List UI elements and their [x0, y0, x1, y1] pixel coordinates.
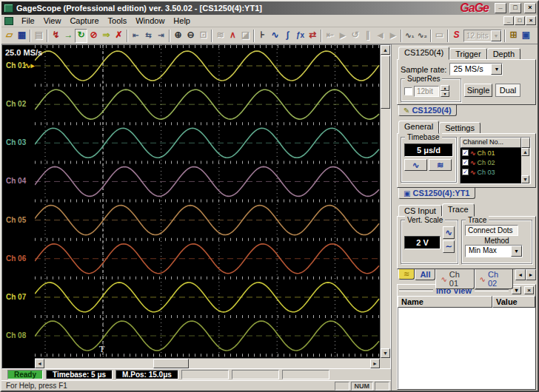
rollup-icon[interactable]: ▾ [512, 286, 521, 294]
fit-curve-2-icon[interactable]: ∿₂ [416, 29, 429, 43]
tab-trigger[interactable]: Trigger [449, 48, 486, 60]
info-view-icon[interactable]: ▣ [520, 29, 532, 43]
sample-rate-label: Sample rate: [401, 65, 446, 74]
trace-section: CS Input Trace Vert. Scale 2 V ∿ ∼ [397, 203, 536, 283]
dropdown-icon[interactable]: ▼ [491, 64, 502, 75]
trigger-level-icon[interactable]: ⊦ [256, 29, 269, 43]
trace-tab-ch02[interactable]: ∿ Ch 02 [475, 268, 513, 289]
tab-scroll-right-icon[interactable]: ► [526, 269, 536, 280]
close-button[interactable]: × [524, 3, 536, 13]
new-info-view-icon[interactable]: ⊞ [507, 29, 520, 43]
integrate-icon[interactable]: ∫ [281, 29, 294, 43]
vert-scale-down-button[interactable]: ∼ [443, 240, 455, 253]
dropdown-icon[interactable]: ▼ [511, 246, 522, 257]
channel-row-1[interactable]: ✓∿Ch 01 [461, 148, 530, 158]
channel-list-scrollbar[interactable]: ▲ ▼ [521, 148, 530, 183]
menu-help[interactable]: Help [169, 16, 195, 26]
scroll-up-icon[interactable]: ▲ [381, 45, 390, 55]
marker-left-icon[interactable]: ⇤ [130, 29, 142, 43]
ab-transfer-icon[interactable]: ⇄ [307, 29, 319, 43]
spin-up-icon[interactable]: ▴ [441, 85, 449, 91]
peak-detect-icon[interactable]: ∧ [227, 29, 239, 43]
average-icon[interactable]: ∿ [269, 29, 281, 43]
sample-rate-select[interactable]: 25 MS/s ▼ [449, 63, 503, 75]
superres-spinner[interactable]: ▴ ▾ [441, 85, 449, 97]
close-icon[interactable]: × [524, 286, 534, 294]
single-mode-button[interactable]: Single [464, 84, 492, 97]
channel-row-3[interactable]: ✓∿Ch 03 [461, 167, 530, 177]
continuous-capture-icon[interactable]: ↻ [75, 29, 87, 43]
stop-capture-icon[interactable]: ⊘ [87, 29, 100, 43]
tab-cs-input[interactable]: CS Input [398, 205, 442, 217]
spin-down-icon[interactable]: ▾ [441, 91, 449, 97]
scroll-right-icon[interactable]: ► [370, 359, 380, 368]
superres-checkbox[interactable] [404, 87, 412, 95]
menu-view[interactable]: View [39, 16, 66, 26]
menu-tools[interactable]: Tools [104, 16, 132, 26]
channel-list-header[interactable]: Channel No... [461, 138, 521, 148]
mdi-close-button[interactable]: × [526, 16, 536, 25]
zoom-in-icon[interactable]: ⊕ [172, 29, 184, 43]
start-capture-icon[interactable]: → [62, 29, 75, 43]
tab-settings[interactable]: Settings [439, 122, 481, 134]
save-icon[interactable]: ▦ [16, 29, 28, 43]
mdi-minimize-button[interactable]: _ [503, 16, 514, 25]
marker-span-icon[interactable]: ⇆ [142, 29, 155, 43]
vert-scale-up-button[interactable]: ∿ [443, 226, 455, 239]
waveform-svg: T [35, 45, 380, 358]
mdi-restore-button[interactable]: □ [515, 16, 525, 25]
tab-general[interactable]: General [398, 121, 439, 134]
function-fx-icon[interactable]: ƒx [294, 29, 307, 43]
trigger-time-label: T [99, 344, 105, 354]
tab-scroll-left-icon[interactable]: ◄ [515, 269, 526, 280]
trace-tab-ch01[interactable]: ∿ Ch 01 [435, 268, 474, 289]
scroll-up-icon[interactable]: ▲ [521, 148, 529, 156]
one-shot-capture-icon[interactable]: ↯ [50, 29, 62, 43]
channel-checkbox[interactable]: ✓ [462, 169, 469, 175]
abort-capture-icon[interactable]: ✗ [113, 29, 125, 43]
info-column-value[interactable]: Value [492, 296, 535, 308]
dual-mode-button[interactable]: Dual [495, 84, 520, 97]
zoom-out-icon[interactable]: ⊖ [184, 29, 197, 43]
connect-dots-field[interactable]: Connect Dots [465, 225, 518, 236]
fit-curve-1-icon[interactable]: ∿₁ [404, 29, 416, 43]
waveform-area[interactable]: T [35, 45, 380, 358]
vscroll-thumb[interactable] [381, 55, 390, 109]
menu-file[interactable]: File [17, 16, 39, 26]
scope-horizontal-scrollbar[interactable]: ◄ ► [35, 358, 380, 368]
method-select[interactable]: Min Max ▼ [465, 245, 523, 257]
marker-right-icon[interactable]: ⇥ [155, 29, 167, 43]
app-window: GageScope (Professional edition) ver. 3.… [0, 0, 539, 392]
open-icon[interactable]: ▱ [3, 29, 16, 43]
display-bottom-tab[interactable]: ▣ CS1250(4):YT1 [398, 187, 475, 199]
channel-checkbox[interactable]: ✓ [462, 159, 469, 166]
all-traces-icon-tab[interactable]: ≋ [398, 268, 415, 280]
mdi-child-icon[interactable] [4, 17, 13, 25]
menu-window[interactable]: Window [131, 16, 169, 26]
channel-name: Ch 01 [478, 149, 495, 157]
marker-position-readout: M.Pos: 15.0μs [116, 370, 178, 379]
tab-depth[interactable]: Depth [487, 48, 520, 60]
superres-icon[interactable]: S [450, 29, 463, 43]
tab-cs1250[interactable]: CS1250(4) [398, 47, 449, 60]
scope-vertical-scrollbar[interactable]: ▲ ▼ [380, 45, 390, 358]
force-trigger-icon[interactable]: ⇒ [100, 29, 113, 43]
menu-capture[interactable]: Capture [65, 16, 103, 26]
timebase-compress-button[interactable]: ≋ [429, 159, 452, 171]
scroll-down-icon[interactable]: ▼ [381, 348, 390, 358]
scroll-left-icon[interactable]: ◄ [35, 359, 44, 368]
hscroll-thumb[interactable] [153, 359, 189, 368]
trigger-marker-icon[interactable]: ∿▸ [24, 61, 34, 70]
trace-tab-all[interactable]: All [415, 268, 435, 280]
monitor-icon: ▣ [404, 189, 410, 197]
tab-trace[interactable]: Trace [442, 203, 475, 217]
info-column-name[interactable]: Name [398, 296, 492, 308]
timebase-expand-button[interactable]: ∿ [404, 159, 427, 171]
channel-checkbox[interactable]: ✓ [462, 149, 469, 156]
board-bottom-tab[interactable]: ✎ CS1250(4) [398, 104, 457, 116]
minimize-button[interactable]: _ [495, 3, 506, 13]
restore-button[interactable]: □ [509, 3, 521, 13]
scroll-down-icon[interactable]: ▼ [521, 175, 529, 183]
channel-row-2[interactable]: ✓∿Ch 02 [461, 158, 530, 167]
timebase-display: 5 μs/d [404, 143, 453, 157]
